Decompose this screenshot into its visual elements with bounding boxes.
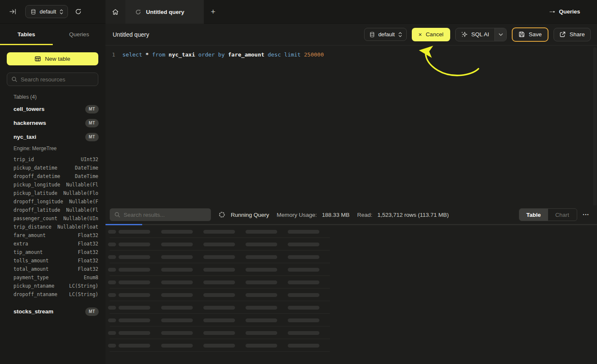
column-name: pickup_ntaname	[14, 282, 54, 290]
skeleton-cell	[108, 230, 116, 234]
column-name: tip_amount	[14, 248, 43, 256]
engine-badge: MT	[85, 105, 99, 113]
collapse-sidebar-icon	[9, 8, 16, 15]
column-type: LC(String)	[69, 282, 98, 290]
column-name: pickup_latitude	[14, 189, 57, 197]
table-item-cell-towers[interactable]: cell_towers MT	[0, 102, 105, 116]
skeleton-cell	[288, 230, 319, 234]
editor-scrollbar[interactable]	[593, 47, 597, 221]
skeleton-cell	[246, 268, 277, 272]
skeleton-cell	[119, 344, 150, 348]
query-database-value: default	[378, 31, 395, 38]
table-name: cell_towers	[14, 106, 45, 112]
chevron-updown-icon	[398, 32, 402, 38]
new-tab-button[interactable]: +	[204, 0, 222, 24]
skeleton-cell	[119, 318, 150, 322]
tables-section-label: Tables (4)	[14, 94, 99, 100]
skeleton-row	[105, 301, 597, 314]
query-header: Untitled query default × Cancel SQL AI	[105, 24, 597, 46]
skeleton-cell	[246, 331, 277, 335]
read-label: Read:	[357, 212, 372, 218]
skeleton-cell	[246, 344, 277, 348]
resource-search-input[interactable]	[21, 76, 94, 83]
column-row: dropoff_latitudeNullable(Fl	[14, 206, 98, 214]
code-token: nyc_taxi	[169, 51, 195, 58]
table-item-hackernews[interactable]: hackernews MT	[0, 116, 105, 130]
skeleton-row	[105, 276, 597, 289]
skeleton-cell	[161, 318, 193, 322]
code-content[interactable]: select * from nyc_taxi order by fare_amo…	[122, 51, 324, 59]
view-toggle-chart[interactable]: Chart	[548, 209, 577, 221]
skeleton-cell	[203, 331, 235, 335]
sidebar-tabs: Tables Queries	[0, 24, 105, 45]
skeleton-cell	[108, 243, 116, 246]
code-token	[165, 51, 169, 58]
sidebar-tab-tables[interactable]: Tables	[0, 24, 53, 45]
skeleton-cell	[161, 293, 193, 297]
share-button[interactable]: Share	[554, 28, 591, 41]
skeleton-cell	[161, 255, 193, 259]
skeleton-row	[105, 326, 597, 339]
results-toolbar: Running Query Memory Usage: 188.33 MB Re…	[105, 205, 597, 224]
column-type: Float32	[78, 248, 98, 256]
column-name: pickup_longitude	[14, 181, 60, 189]
close-icon: ×	[419, 32, 422, 38]
tab-untitled-query[interactable]: Untitled query	[125, 0, 204, 24]
view-toggle-table[interactable]: Table	[519, 209, 548, 221]
share-icon	[559, 31, 566, 38]
column-type: Nullable(Flo	[63, 189, 98, 197]
database-icon	[369, 32, 375, 38]
database-selector[interactable]: default	[25, 5, 68, 18]
sql-ai-button[interactable]: SQL AI	[455, 28, 507, 41]
skeleton-cell	[203, 344, 235, 348]
code-line[interactable]: 1 select * from nyc_taxi order by fare_a…	[105, 51, 597, 59]
skeleton-cell	[119, 331, 150, 335]
column-type: Nullable(Fl	[66, 206, 98, 214]
column-type: Float32	[78, 231, 98, 240]
queries-link-label: Queries	[559, 8, 580, 15]
skeleton-cell	[108, 293, 116, 297]
results-search[interactable]	[110, 208, 211, 221]
results-search-input[interactable]	[124, 212, 206, 218]
sql-editor[interactable]: 1 select * from nyc_taxi order by fare_a…	[105, 46, 597, 205]
code-token: by	[218, 51, 225, 58]
save-label: Save	[529, 31, 542, 38]
cancel-button[interactable]: × Cancel	[412, 28, 450, 41]
home-button[interactable]	[105, 0, 125, 24]
collapse-sidebar-button[interactable]	[9, 8, 16, 15]
table-icon	[35, 56, 41, 62]
save-button[interactable]: Save	[512, 27, 548, 42]
more-options-button[interactable]: •••	[583, 213, 589, 217]
column-name: payment_type	[14, 273, 49, 282]
table-item-stocks-stream[interactable]: stocks_stream MT	[0, 305, 105, 318]
memory-usage-label: Memory Usage:	[277, 212, 317, 218]
sql-ai-main[interactable]: SQL AI	[456, 28, 494, 41]
refresh-button[interactable]	[75, 8, 82, 15]
sidebar-tab-queries[interactable]: Queries	[53, 24, 105, 45]
query-database-selector[interactable]: default	[364, 28, 407, 41]
sql-ai-dropdown-button[interactable]	[494, 28, 506, 41]
skeleton-row	[105, 289, 597, 301]
column-name: trip_id	[14, 155, 34, 164]
skeleton-cell	[119, 306, 150, 310]
resource-search[interactable]	[7, 73, 98, 86]
skeleton-cell	[161, 280, 193, 284]
skeleton-cell	[246, 318, 277, 322]
skeleton-cell	[161, 230, 193, 234]
skeleton-cell	[246, 293, 277, 297]
skeleton-cell	[288, 255, 319, 259]
column-row: tolls_amountFloat32	[14, 256, 98, 265]
code-token	[225, 51, 228, 58]
skeleton-cell	[119, 293, 150, 297]
sync-icon	[135, 9, 141, 15]
sidebar: Tables Queries New table Tables (4) cell…	[0, 24, 105, 364]
line-number: 1	[105, 51, 122, 59]
queries-link[interactable]: Queries	[549, 0, 580, 23]
code-token: 250000	[304, 51, 324, 58]
skeleton-cell	[108, 306, 116, 310]
new-table-button[interactable]: New table	[7, 52, 98, 65]
new-table-label: New table	[45, 56, 70, 62]
tab-title: Untitled query	[146, 9, 184, 15]
table-item-nyc-taxi[interactable]: nyc_taxi MT	[0, 130, 105, 144]
code-token: *	[146, 51, 149, 58]
